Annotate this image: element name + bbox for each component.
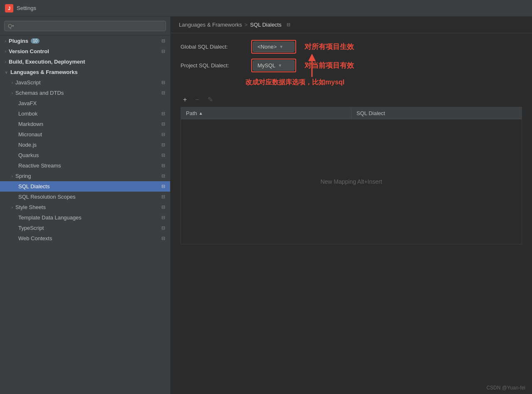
dialect-column-header[interactable]: SQL Dialect (351, 108, 522, 119)
chevron-right-icon: › (12, 174, 13, 178)
sidebar-item-web-contexts[interactable]: Web Contexts ⊟ (0, 233, 170, 244)
sidebar-item-label: SQL Dialects (18, 183, 49, 190)
project-dialect-value: MySQL (257, 62, 275, 69)
content-panel: Languages & Frameworks > SQL Dialects ⊟ … (171, 17, 532, 394)
sidebar-item-label: Quarkus (18, 152, 39, 158)
sidebar-item-label: Reactive Streams (18, 163, 61, 169)
sidebar-item-micronaut[interactable]: Micronaut ⊟ (0, 129, 170, 140)
global-dialect-label: Global SQL Dialect: (181, 44, 247, 50)
table-header: Path ▲ SQL Dialect (181, 108, 522, 119)
toolbar-row: + − ✎ (181, 92, 522, 107)
sidebar-item-label: Lombok (18, 111, 37, 117)
project-dialect-dropdown[interactable]: MySQL ▼ (253, 60, 294, 71)
sidebar-item-version-control[interactable]: › Version Control ⊟ (0, 46, 170, 57)
sidebar-item-schemas[interactable]: › Schemas and DTDs ⊟ (0, 88, 170, 98)
settings-icon: ⊟ (161, 153, 165, 158)
sort-arrow-icon: ▲ (199, 111, 203, 116)
annotation-project: 对当前项目有效 (304, 61, 354, 70)
breadcrumb-current: SQL Dialects (250, 22, 281, 28)
chevron-down-icon: ∨ (5, 70, 8, 74)
sidebar-item-lombok[interactable]: Lombok ⊟ (0, 108, 170, 119)
sidebar-item-label: Schemas and DTDs (15, 90, 64, 96)
breadcrumb-settings-icon: ⊟ (287, 22, 290, 27)
table-body: New Mapping Alt+Insert (181, 119, 522, 244)
chevron-right-icon: › (12, 81, 13, 85)
watermark: CSDN @Yuan-fei (486, 385, 525, 391)
sidebar-item-spring[interactable]: › Spring ⊟ (0, 171, 170, 181)
global-dialect-dropdown[interactable]: <None> ▼ (253, 42, 294, 52)
chevron-right-icon: › (5, 39, 6, 43)
settings-icon: ⊟ (161, 194, 165, 199)
settings-icon: ⊟ (161, 173, 165, 179)
path-column-label: Path (186, 110, 197, 116)
sidebar: › Plugins 10 ⊟ › Version Control ⊟ › Bui… (0, 17, 171, 394)
window-title: Settings (17, 5, 36, 11)
sidebar-item-label: Markdown (18, 121, 43, 127)
annotation-global: 对所有项目生效 (304, 42, 354, 52)
sidebar-item-typescript[interactable]: TypeScript ⊟ (0, 223, 170, 233)
settings-icon: ⊟ (161, 49, 165, 54)
dropdown-arrow-icon: ▼ (278, 63, 282, 68)
sidebar-item-reactive-streams[interactable]: Reactive Streams ⊟ (0, 160, 170, 171)
sidebar-item-label: SQL Resolution Scopes (18, 194, 76, 200)
settings-icon: ⊟ (161, 184, 165, 189)
settings-icon: ⊟ (161, 142, 165, 148)
content-wrapper: Languages & Frameworks > SQL Dialects ⊟ … (171, 17, 532, 394)
path-column-header[interactable]: Path ▲ (181, 108, 351, 119)
main-container: › Plugins 10 ⊟ › Version Control ⊟ › Bui… (0, 17, 532, 394)
project-dialect-row: Project SQL Dialect: MySQL ▼ 对当前项目有效 (181, 59, 522, 72)
app-icon: J (5, 4, 13, 12)
sidebar-item-label: Build, Execution, Deployment (9, 59, 85, 65)
sidebar-item-label: Languages & Frameworks (10, 69, 78, 75)
sidebar-item-label: Web Contexts (18, 235, 52, 241)
settings-icon: ⊟ (161, 236, 165, 241)
settings-icon: ⊟ (161, 90, 165, 96)
chevron-right-icon: › (12, 205, 13, 209)
sidebar-item-label: Style Sheets (15, 204, 46, 210)
sidebar-item-javafx[interactable]: JavaFX (0, 98, 170, 108)
settings-icon: ⊟ (161, 111, 165, 116)
settings-icon: ⊟ (161, 215, 165, 220)
sidebar-item-label: Spring (15, 173, 31, 179)
add-mapping-button[interactable]: + (181, 95, 189, 104)
sidebar-item-label: Template Data Languages (18, 214, 82, 221)
project-dialect-highlight: MySQL ▼ (251, 59, 296, 72)
sidebar-item-style-sheets[interactable]: › Style Sheets ⊟ (0, 202, 170, 212)
sidebar-item-label: JavaFX (18, 100, 37, 106)
settings-icon: ⊟ (161, 225, 165, 231)
sidebar-item-build[interactable]: › Build, Execution, Deployment (0, 57, 170, 67)
dialect-table: Path ▲ SQL Dialect New Mapping Alt+Inser… (181, 107, 522, 244)
titlebar: J Settings (0, 0, 532, 17)
search-container (0, 17, 170, 36)
sidebar-item-label: JavaScript (15, 79, 41, 86)
sidebar-item-languages-frameworks[interactable]: ∨ Languages & Frameworks (0, 67, 170, 77)
settings-icon: ⊟ (161, 204, 165, 210)
settings-icon: ⊟ (161, 80, 165, 85)
global-dialect-value: <None> (257, 44, 277, 50)
breadcrumb-separator: > (245, 22, 248, 28)
plugins-count-badge: 10 (31, 38, 40, 44)
dropdown-arrow-icon: ▼ (279, 44, 283, 49)
sidebar-item-quarkus[interactable]: Quarkus ⊟ (0, 150, 170, 160)
remove-mapping-button[interactable]: − (193, 95, 201, 104)
settings-icon: ⊟ (161, 121, 165, 127)
annotation-text: 改成对应数据库选项，比如mysql (245, 78, 344, 87)
search-input[interactable] (4, 21, 166, 31)
sidebar-item-javascript[interactable]: › JavaScript ⊟ (0, 77, 170, 88)
sidebar-item-markdown[interactable]: Markdown ⊟ (0, 119, 170, 129)
breadcrumb-parent: Languages & Frameworks (179, 22, 242, 28)
sidebar-item-sql-resolution[interactable]: SQL Resolution Scopes ⊟ (0, 192, 170, 202)
sidebar-item-plugins[interactable]: › Plugins 10 ⊟ (0, 36, 170, 46)
empty-table-hint: New Mapping Alt+Insert (320, 178, 382, 185)
sidebar-item-sql-dialects[interactable]: SQL Dialects ⊟ (0, 181, 170, 192)
sidebar-item-label: TypeScript (18, 225, 44, 231)
sidebar-item-nodejs[interactable]: Node.js ⊟ (0, 140, 170, 150)
project-dialect-label: Project SQL Dialect: (181, 62, 247, 69)
chevron-right-icon: › (5, 60, 6, 64)
breadcrumb: Languages & Frameworks > SQL Dialects ⊟ (171, 17, 532, 33)
sidebar-item-label: Node.js (18, 142, 37, 148)
sidebar-item-template[interactable]: Template Data Languages ⊟ (0, 212, 170, 223)
dialect-column-label: SQL Dialect (356, 110, 385, 116)
global-dialect-row: Global SQL Dialect: <None> ▼ 对所有项目生效 (181, 40, 522, 54)
edit-mapping-button[interactable]: ✎ (205, 95, 215, 104)
